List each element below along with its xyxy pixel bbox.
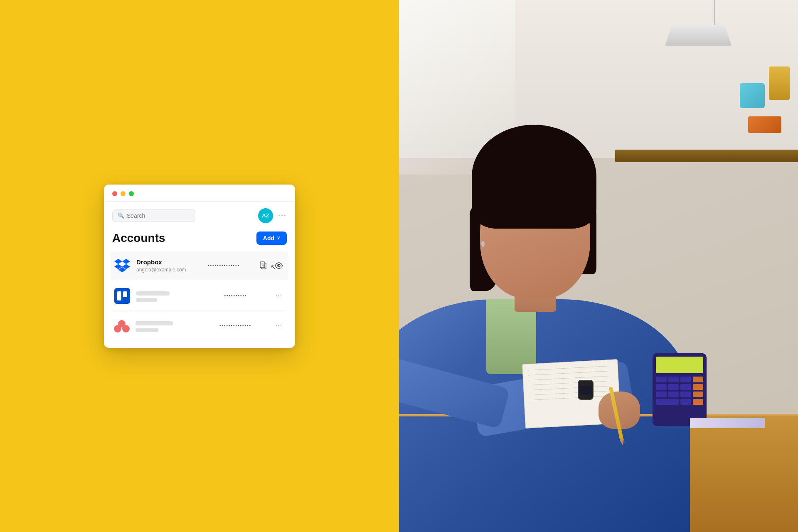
notebook-line-2 bbox=[528, 371, 613, 376]
person-earring bbox=[481, 241, 485, 247]
calc-btn bbox=[656, 384, 667, 390]
asana-account-info bbox=[135, 320, 198, 332]
calc-btn-op bbox=[693, 384, 704, 390]
reveal-password-icon[interactable] bbox=[273, 259, 285, 272]
asana-icon bbox=[114, 318, 130, 334]
kitchen-item-1 bbox=[740, 83, 765, 108]
trello-more-icon[interactable]: ··· bbox=[273, 290, 285, 302]
calc-btn-op bbox=[693, 392, 704, 397]
notebook-line-1 bbox=[528, 366, 613, 371]
calc-btn bbox=[668, 384, 679, 390]
asana-actions: ··· bbox=[273, 320, 285, 332]
lamp-shade bbox=[665, 25, 732, 46]
calc-screen bbox=[656, 357, 703, 373]
watch-screen bbox=[579, 386, 592, 395]
notebook-line-4 bbox=[529, 381, 613, 386]
svg-point-8 bbox=[122, 325, 130, 332]
dropbox-password: •••••••••••••• bbox=[197, 263, 251, 268]
asana-more-icon[interactable]: ··· bbox=[273, 320, 285, 332]
dropbox-email: angela@example.com bbox=[136, 267, 191, 273]
notebook-line-6 bbox=[529, 391, 614, 396]
account-item-asana[interactable]: •••••••••••••• ··· bbox=[111, 312, 288, 340]
add-button[interactable]: Add ∨ bbox=[256, 232, 287, 245]
dropbox-name: Dropbox bbox=[136, 258, 191, 266]
search-icon: 🔍 bbox=[118, 212, 124, 219]
search-input[interactable] bbox=[127, 212, 200, 219]
pendant-lamp bbox=[697, 0, 732, 46]
lamp-cord bbox=[714, 0, 715, 25]
add-label: Add bbox=[263, 235, 274, 241]
minimize-button[interactable] bbox=[121, 191, 126, 196]
calc-buttons bbox=[656, 377, 703, 405]
calc-btn bbox=[656, 392, 667, 397]
person-hair-top bbox=[472, 125, 596, 229]
account-item-dropbox[interactable]: Dropbox angela@example.com •••••••••••••… bbox=[111, 251, 288, 280]
chevron-down-icon: ∨ bbox=[277, 235, 280, 241]
trello-actions: ··· bbox=[273, 290, 285, 302]
asana-password: •••••••••••••• bbox=[204, 323, 267, 328]
dropbox-account-info: Dropbox angela@example.com bbox=[136, 258, 191, 273]
trello-icon bbox=[114, 288, 131, 304]
notebook-line-5 bbox=[529, 386, 613, 391]
svg-point-5 bbox=[278, 265, 279, 266]
calc-btn bbox=[668, 377, 679, 382]
kitchen-item-2 bbox=[769, 66, 790, 100]
maximize-button[interactable] bbox=[129, 191, 134, 196]
calculator bbox=[653, 353, 707, 426]
search-wrapper[interactable]: 🔍 bbox=[112, 209, 195, 222]
calc-btn bbox=[680, 377, 691, 382]
account-item-trello[interactable]: •••••••••• ··· bbox=[111, 282, 288, 310]
avatar[interactable]: AZ bbox=[258, 208, 273, 223]
notebook-line-3 bbox=[528, 376, 613, 381]
photo-container bbox=[399, 0, 798, 532]
calc-btn bbox=[680, 392, 691, 397]
trello-password: •••••••••• bbox=[204, 293, 267, 298]
accounts-header: Accounts Add ∨ bbox=[104, 228, 295, 251]
more-menu-button[interactable]: ··· bbox=[278, 211, 287, 220]
search-area: 🔍 AZ ··· bbox=[104, 202, 295, 228]
copy-password-icon[interactable] bbox=[257, 259, 269, 272]
book-edge bbox=[690, 418, 765, 428]
account-list: Dropbox angela@example.com •••••••••••••… bbox=[104, 251, 295, 348]
accounts-title: Accounts bbox=[112, 232, 165, 245]
trello-account-info bbox=[136, 290, 199, 302]
kitchen-item-3 bbox=[748, 116, 781, 133]
asana-name-placeholder bbox=[135, 321, 173, 325]
ui-card: 🔍 AZ ··· Accounts Add ∨ bbox=[104, 185, 295, 348]
header-right: AZ ··· bbox=[258, 208, 287, 223]
asana-email-placeholder bbox=[135, 328, 158, 332]
trello-name-placeholder bbox=[136, 291, 170, 296]
trello-email-placeholder bbox=[136, 298, 157, 302]
calc-btn bbox=[668, 392, 679, 397]
shelf-area bbox=[615, 150, 798, 162]
title-bar bbox=[104, 185, 295, 202]
calc-btn bbox=[680, 399, 691, 405]
dropbox-icon bbox=[114, 257, 131, 274]
close-button[interactable] bbox=[112, 191, 117, 196]
dropbox-actions bbox=[257, 259, 285, 272]
right-panel bbox=[399, 0, 798, 532]
svg-point-7 bbox=[114, 325, 121, 332]
calc-btn-op bbox=[693, 399, 704, 405]
calc-btn bbox=[680, 384, 691, 390]
calc-btn-wide bbox=[656, 399, 679, 405]
calc-btn bbox=[656, 377, 667, 382]
left-panel: 🔍 AZ ··· Accounts Add ∨ bbox=[0, 0, 399, 532]
calc-btn-op bbox=[693, 377, 704, 382]
